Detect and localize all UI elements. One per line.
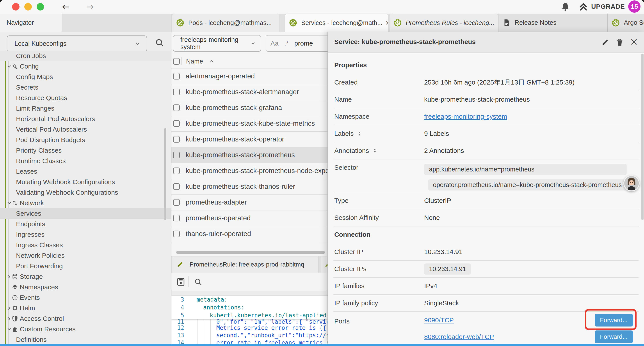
regex-toggle[interactable]: .*	[284, 40, 289, 47]
port-link[interactable]: 8080:reloader-web/TCP	[424, 333, 494, 340]
sidebar-item-vertical-pod-autoscalers[interactable]: Vertical Pod Autoscalers	[0, 124, 171, 135]
sidebar-item-limit-ranges[interactable]: Limit Ranges	[0, 103, 171, 114]
sidebar-item-runtime-classes[interactable]: Runtime Classes	[0, 156, 171, 166]
editor-search-icon[interactable]	[194, 278, 202, 286]
table-row-kube-prometheus-stack-thanos-ruler[interactable]: kube-prometheus-stack-thanos-ruler	[172, 179, 328, 195]
edit-icon[interactable]	[601, 38, 610, 47]
chevron-right-icon[interactable]	[6, 316, 12, 322]
delete-icon[interactable]	[615, 38, 624, 47]
traffic-light-maximize[interactable]	[36, 3, 44, 10]
table-row-prometheus-operated[interactable]: prometheus-operated	[172, 210, 328, 226]
sidebar-item-network[interactable]: Network	[0, 198, 171, 208]
row-checkbox[interactable]	[173, 104, 180, 111]
sidebar-item-horizontal-pod-autoscalers[interactable]: Horizontal Pod Autoscalers	[0, 114, 171, 124]
navigator-divider[interactable]	[171, 13, 172, 345]
sidebar-item-cron-jobs[interactable]: Cron Jobs	[0, 50, 171, 61]
row-checkbox[interactable]	[173, 152, 180, 158]
back-arrow-icon[interactable]: ←	[62, 1, 70, 13]
row-checkbox[interactable]	[173, 89, 180, 95]
sidebar-item-endpoints[interactable]: Endpoints	[0, 219, 171, 229]
sidebar-item-network-policies[interactable]: Network Policies	[0, 250, 171, 261]
chevron-right-icon[interactable]	[6, 306, 12, 311]
sidebar-item-ingresses[interactable]: Ingresses	[0, 229, 171, 240]
tab-services-icecheng-math[interactable]: Services - icecheng@math...×	[285, 13, 388, 32]
row-checkbox[interactable]	[173, 215, 180, 221]
sidebar-item-resource-quotas[interactable]: Resource Quotas	[0, 93, 171, 103]
port-link[interactable]: 9090/TCP	[424, 317, 454, 324]
name-column-header[interactable]: Name	[186, 58, 203, 65]
sidebar-item-storage[interactable]: Storage	[0, 271, 171, 282]
yaml-editor[interactable]: 110","for": "1m","labels":{ "service": "…	[172, 296, 328, 345]
details-scrollbar[interactable]	[641, 54, 644, 220]
chevron-right-icon[interactable]	[6, 274, 12, 280]
bell-icon[interactable]	[560, 2, 570, 11]
sidebar-item-leases[interactable]: Leases	[0, 166, 171, 177]
table-row-prometheus-adapter[interactable]: prometheus-adapter	[172, 195, 328, 210]
row-checkbox[interactable]	[173, 231, 180, 237]
table-row-kube-prometheus-stack-prometheus[interactable]: kube-prometheus-stack-prometheus	[172, 147, 328, 163]
search-icon[interactable]	[155, 38, 164, 47]
table-row-thanos-ruler-operated[interactable]: thanos-ruler-operated	[172, 226, 328, 242]
close-icon[interactable]: ×	[630, 36, 638, 47]
user-avatar[interactable]	[624, 175, 640, 191]
sidebar-item-services[interactable]: Services	[0, 208, 171, 219]
select-all-checkbox[interactable]	[173, 58, 180, 65]
sidebar-item-secrets[interactable]: Secrets	[0, 82, 171, 93]
save-icon[interactable]	[176, 277, 186, 287]
row-checkbox[interactable]	[173, 199, 180, 206]
chevron-down-icon[interactable]	[6, 64, 12, 69]
forward-button[interactable]: Forward...	[595, 331, 633, 343]
sidebar-item-config-maps[interactable]: Config Maps	[0, 72, 171, 82]
sidebar-item-priority-classes[interactable]: Priority Classes	[0, 145, 171, 156]
sidebar-item-config[interactable]: Config	[0, 61, 171, 72]
navigator-scrollbar[interactable]	[164, 128, 166, 220]
upgrade-label[interactable]: UPGRADE	[591, 3, 625, 10]
sidebar-item-mutating-webhook-configurations[interactable]: Mutating Webhook Configurations	[0, 177, 171, 187]
table-row-kube-prometheus-stack-prometheus-node-exporter[interactable]: kube-prometheus-stack-prometheus-node-ex…	[172, 163, 328, 179]
sort-toggle-icon[interactable]	[372, 148, 378, 153]
sidebar-item-pod-disruption-budgets[interactable]: Pod Disruption Budgets	[0, 135, 171, 145]
chevron-down-icon[interactable]	[6, 327, 12, 332]
namespace-link[interactable]: freeleaps-monitoring-system	[424, 113, 507, 120]
sidebar-item-validating-webhook-configurations[interactable]: Validating Webhook Configurations	[0, 187, 171, 198]
sidebar-item-definitions[interactable]: Definitions	[0, 335, 171, 345]
notification-count-badge[interactable]: 15	[628, 0, 640, 13]
table-row-alertmanager-operated[interactable]: alertmanager-operated	[172, 68, 328, 84]
sidebar-item-custom-resources[interactable]: Custom Resources	[0, 324, 171, 335]
tab-argo-se[interactable]: Argo Se	[608, 13, 644, 32]
tab-release-notes[interactable]: Release Notes	[498, 13, 608, 32]
row-checkbox[interactable]	[173, 120, 180, 127]
forward-arrow-icon[interactable]: →	[86, 1, 94, 13]
sidebar-item-events[interactable]: Events	[0, 292, 171, 303]
table-row-kube-prometheus-stack-operator[interactable]: kube-prometheus-stack-operator	[172, 132, 328, 147]
filter-input[interactable]: Aa .* prome	[266, 35, 328, 52]
traffic-light-minimize[interactable]	[24, 3, 32, 10]
row-checkbox[interactable]	[173, 73, 180, 79]
sidebar-item-access-control[interactable]: Access Control	[0, 313, 171, 324]
sidebar-item-namespaces[interactable]: Namespaces	[0, 282, 171, 292]
table-row-kube-prometheus-stack-alertmanager[interactable]: kube-prometheus-stack-alertmanager	[172, 84, 328, 100]
table-row-kube-prometheus-stack-grafana[interactable]: kube-prometheus-stack-grafana	[172, 100, 328, 116]
row-checkbox[interactable]	[173, 136, 180, 143]
tab-pods-icecheng-mathmas[interactable]: Pods - icecheng@mathmas...	[172, 13, 280, 32]
kubeconfig-select[interactable]: Local Kubeconfigs	[7, 35, 147, 52]
navigator-panel-tab[interactable]: Navigator	[0, 13, 62, 32]
tab-close-icon[interactable]: ×	[382, 18, 388, 27]
table-row-kube-prometheus-stack-kube-state-metrics[interactable]: kube-prometheus-stack-kube-state-metrics	[172, 116, 328, 132]
chevron-down-icon[interactable]	[6, 200, 12, 206]
match-case-toggle[interactable]: Aa	[270, 40, 278, 47]
forward-button[interactable]: Forward...	[595, 314, 633, 327]
namespace-select[interactable]: freeleaps-monitoring-system	[173, 35, 261, 52]
tab-prometheus-rules-icecheng[interactable]: Prometheus Rules - icecheng...	[389, 13, 498, 32]
upgrade-icon[interactable]	[579, 2, 588, 11]
sort-ascending-icon[interactable]	[209, 59, 214, 63]
sort-toggle-icon[interactable]	[357, 131, 362, 136]
row-checkbox[interactable]	[173, 183, 180, 190]
traffic-light-close[interactable]	[12, 3, 20, 10]
editor-tab-prometheusrule[interactable]: PrometheusRule: freeleaps-prod-rabbitmq	[172, 256, 318, 273]
editor-tab-partial[interactable]	[320, 256, 328, 273]
sidebar-item-port-forwarding[interactable]: Port Forwarding	[0, 261, 171, 271]
sidebar-item-helm[interactable]: Helm	[0, 303, 171, 313]
table-horizontal-scrollbar[interactable]	[176, 251, 325, 254]
row-checkbox[interactable]	[173, 168, 180, 174]
